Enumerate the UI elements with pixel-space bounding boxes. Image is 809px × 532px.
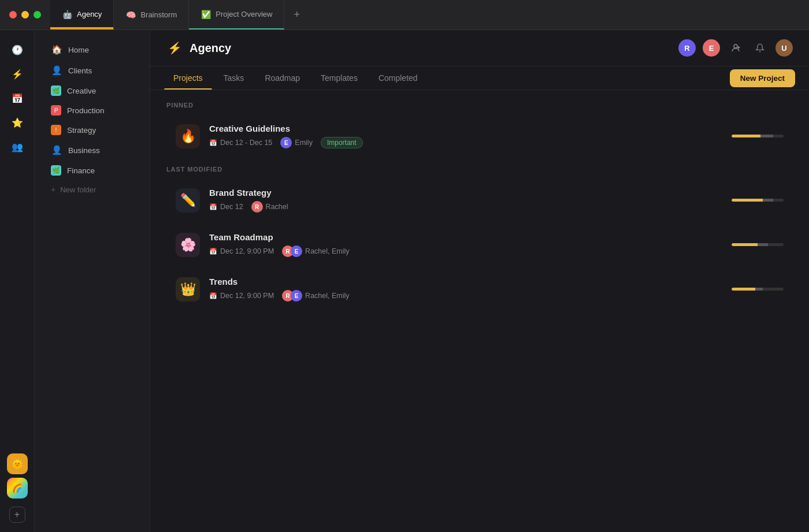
production-icon: P	[51, 105, 61, 116]
sidebar-item-production[interactable]: P Production	[39, 101, 145, 120]
sidebar-label-finance: Finance	[67, 166, 95, 175]
sidebar-label-creative: Creative	[67, 87, 96, 95]
date-meta-trends: 📅 Dec 12, 9:00 PM	[209, 292, 274, 300]
page-title-icon: ⚡	[166, 40, 183, 56]
project-progress-trends	[732, 288, 784, 291]
assignees-meta-team-roadmap: R E Rachel, Emily	[282, 245, 349, 257]
content-header: ⚡ Agency R E U	[150, 30, 809, 66]
progress-fill-yellow-team-roadmap	[732, 243, 758, 246]
progress-fill-gray-brand	[763, 199, 773, 202]
projects-list: PINNED 🔥 Creative Guidelines 📅 Dec 12 - …	[150, 90, 809, 532]
date-meta: 📅 Dec 12 - Dec 15	[209, 139, 272, 147]
progress-fill-yellow-trends	[732, 288, 755, 291]
sidebar-label-production: Production	[67, 106, 105, 115]
rail-icon-rainbow[interactable]: 🌈	[7, 478, 28, 498]
project-info-creative-guidelines: Creative Guidelines 📅 Dec 12 - Dec 15 E …	[209, 124, 784, 148]
rail-icon-active-app[interactable]: 🌞	[7, 453, 28, 474]
tab-roadmap[interactable]: Roadmap	[255, 66, 309, 90]
last-modified-section-label: LAST MODIFIED	[166, 166, 793, 173]
avatar-group-team-roadmap: R E	[282, 245, 302, 257]
progress-fill-gray-trends	[755, 288, 763, 291]
project-meta-brand-strategy: 📅 Dec 12 R Rachel	[209, 201, 784, 213]
project-info-team-roadmap: Team Roadmap 📅 Dec 12, 9:00 PM R E Rache…	[209, 232, 784, 257]
tab-projects[interactable]: Projects	[164, 66, 212, 90]
calendar-icon-brand: 📅	[209, 203, 217, 211]
project-thumb-brand-strategy: ✏️	[176, 188, 200, 213]
svg-point-0	[734, 44, 737, 48]
new-folder-button[interactable]: + New folder	[39, 180, 145, 199]
rail-icon-calendar[interactable]: 📅	[7, 88, 28, 109]
sidebar-item-creative[interactable]: 🌿 Creative	[39, 81, 145, 101]
main-content: ⚡ Agency R E U	[150, 30, 809, 532]
project-progress-brand-strategy	[732, 199, 784, 202]
new-project-button[interactable]: New Project	[730, 69, 795, 87]
tab-project-overview[interactable]: ✅ Project Overview	[189, 0, 284, 29]
tab-completed[interactable]: Completed	[369, 66, 427, 90]
tab-brainstorm[interactable]: 🧠 Brainstorm	[114, 0, 189, 29]
maximize-button[interactable]	[34, 11, 41, 18]
sidebar-item-business[interactable]: 👤 Business	[39, 140, 145, 161]
sidebar-item-home[interactable]: 🏠 Home	[39, 39, 145, 60]
rail-icon-activity[interactable]: ⚡	[7, 64, 28, 84]
rail-icon-team[interactable]: 👥	[7, 136, 28, 157]
assignees-meta-brand-strategy: R Rachel	[251, 201, 288, 213]
tab-project-overview-icon: ✅	[201, 9, 211, 20]
tab-project-overview-label: Project Overview	[216, 10, 272, 18]
icon-rail: 🕐 ⚡ 📅 ⭐ 👥 🌞 🌈 +	[0, 30, 35, 532]
add-tab-button[interactable]: +	[284, 0, 309, 29]
project-progress-team-roadmap	[732, 243, 784, 246]
rail-icon-star[interactable]: ⭐	[7, 112, 28, 133]
project-trends[interactable]: 👑 Trends 📅 Dec 12, 9:00 PM R E	[166, 269, 793, 310]
sidebar-item-clients[interactable]: 👤 Clients	[39, 60, 145, 81]
project-meta-creative-guidelines: 📅 Dec 12 - Dec 15 E Emily Important	[209, 137, 784, 148]
progress-fill-yellow	[732, 135, 760, 137]
assignee-avatar-emily: E	[280, 137, 292, 148]
progress-fill-gray	[760, 135, 774, 137]
progress-bar-trends	[732, 288, 784, 291]
header-user-avatar[interactable]: U	[775, 39, 793, 57]
sidebar-item-finance[interactable]: 🌿 Finance	[39, 161, 145, 180]
sidebar-item-strategy[interactable]: ! Strategy	[39, 120, 145, 140]
avatar-group-trends: R E	[282, 290, 302, 302]
new-folder-label: New folder	[60, 185, 96, 194]
app-body: 🕐 ⚡ 📅 ⭐ 👥 🌞 🌈 + 🏠 Home 👤 Clients 🌿 Creat…	[0, 30, 809, 532]
strategy-icon: !	[51, 125, 61, 135]
tab-brainstorm-label: Brainstorm	[140, 10, 177, 19]
content-tab-bar: Projects Tasks Roadmap Templates Complet…	[150, 66, 809, 90]
sidebar-label-home: Home	[68, 46, 89, 54]
minimize-button[interactable]	[21, 11, 29, 18]
project-meta-team-roadmap: 📅 Dec 12, 9:00 PM R E Rachel, Emily	[209, 245, 784, 257]
rail-add-button[interactable]: +	[9, 507, 25, 523]
header-avatar-emily[interactable]: E	[703, 39, 720, 57]
finance-icon: 🌿	[51, 165, 61, 176]
progress-bar	[732, 135, 784, 137]
page-title-area: ⚡ Agency	[166, 40, 231, 56]
tab-templates[interactable]: Templates	[311, 66, 367, 90]
sidebar-label-business: Business	[68, 146, 100, 155]
invite-team-button[interactable]	[727, 39, 744, 57]
tab-agency[interactable]: 🤖 Agency	[50, 0, 114, 29]
project-name-trends: Trends	[209, 277, 784, 287]
project-team-roadmap[interactable]: 🌸 Team Roadmap 📅 Dec 12, 9:00 PM R E	[166, 224, 793, 265]
tab-tasks[interactable]: Tasks	[214, 66, 254, 90]
tab-bar: 🤖 Agency 🧠 Brainstorm ✅ Project Overview…	[50, 0, 809, 29]
notifications-button[interactable]	[751, 39, 769, 57]
calendar-icon-team-roadmap: 📅	[209, 248, 217, 255]
new-folder-plus-icon: +	[51, 185, 55, 194]
header-avatar-rachel[interactable]: R	[678, 39, 696, 57]
progress-fill-yellow-brand	[732, 199, 763, 202]
home-icon: 🏠	[51, 44, 62, 55]
close-button[interactable]	[9, 11, 17, 18]
titlebar: 🤖 Agency 🧠 Brainstorm ✅ Project Overview…	[0, 0, 809, 30]
project-brand-strategy[interactable]: ✏️ Brand Strategy 📅 Dec 12 R Rachel	[166, 180, 793, 221]
project-creative-guidelines[interactable]: 🔥 Creative Guidelines 📅 Dec 12 - Dec 15 …	[166, 116, 793, 157]
progress-bar-brand	[732, 199, 784, 202]
rail-icon-clock[interactable]: 🕐	[7, 39, 28, 60]
assignee-emily-team-roadmap: E	[291, 245, 302, 257]
business-icon: 👤	[51, 144, 62, 156]
project-name-creative-guidelines: Creative Guidelines	[209, 124, 784, 133]
calendar-icon-trends: 📅	[209, 292, 217, 300]
header-actions: R E U	[678, 39, 793, 57]
tab-brainstorm-icon: 🧠	[125, 10, 136, 20]
project-name-team-roadmap: Team Roadmap	[209, 232, 784, 242]
